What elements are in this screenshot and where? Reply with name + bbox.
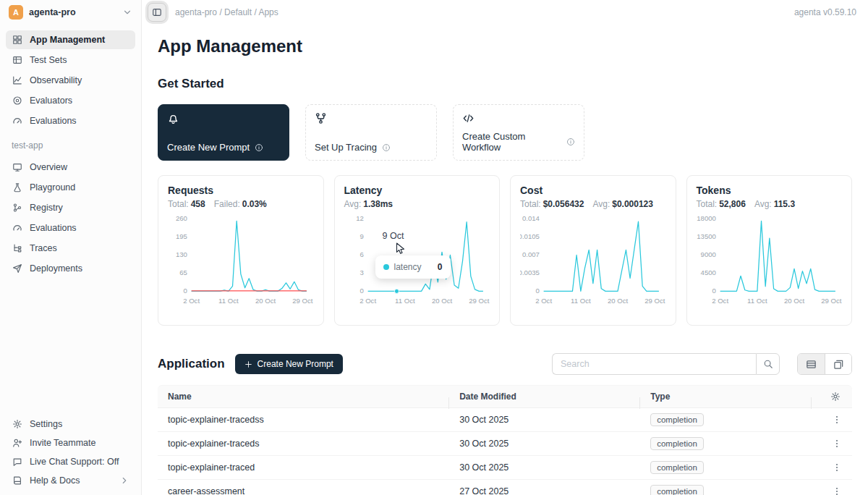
sidebar-item-live-chat-support-off[interactable]: Live Chat Support: Off <box>6 452 135 470</box>
get-started-card-create-new-prompt[interactable]: Create New Prompt <box>158 104 289 161</box>
application-header: Application Create New Prompt <box>158 353 852 375</box>
create-new-prompt-button[interactable]: Create New Prompt <box>235 354 343 374</box>
card-label: Create Custom Workflow <box>462 131 561 153</box>
kebab-menu-icon[interactable] <box>832 462 842 473</box>
cell-date-modified: 30 Oct 2025 <box>449 439 640 449</box>
table-body: topic-explainer-tracedss30 Oct 2025compl… <box>158 408 852 495</box>
table-view-button[interactable] <box>798 354 825 374</box>
table-settings-header[interactable] <box>812 392 852 402</box>
sidebar-item-help-docs[interactable]: Help & Docs <box>6 471 135 489</box>
svg-text:0: 0 <box>712 287 715 295</box>
sidebar-item-label: Evaluations <box>30 223 77 233</box>
metric-value: 458 <box>191 199 205 209</box>
help-icon <box>12 475 23 486</box>
chart-tokens: 18000135009000450002 Oct11 Oct20 Oct29 O… <box>697 212 843 309</box>
card-view-icon <box>833 359 844 370</box>
sidebar-item-app-management[interactable]: App Management <box>6 30 135 49</box>
metric-value: $0.000123 <box>612 199 653 209</box>
card-label: Create New Prompt <box>167 142 250 153</box>
sidebar-item-test-sets[interactable]: Test Sets <box>6 51 135 69</box>
sidebar-item-evaluators[interactable]: Evaluators <box>6 91 135 110</box>
sidebar-nav-bottom: SettingsInvite TeammateLive Chat Support… <box>0 415 141 495</box>
apps-table: NameDate ModifiedType topic-explainer-tr… <box>158 385 852 495</box>
stat-metric: Total:$0.056432 <box>520 199 584 209</box>
svg-text:9: 9 <box>359 232 363 240</box>
column-header-date-modified[interactable]: Date Modified <box>449 392 640 402</box>
sidebar-item-evaluations[interactable]: Evaluations <box>6 219 135 237</box>
card-view-button[interactable] <box>825 354 851 374</box>
get-started-card-set-up-tracing[interactable]: Set Up Tracing <box>305 104 437 161</box>
svg-text:9000: 9000 <box>700 250 715 258</box>
gear-icon <box>830 392 841 402</box>
search-button[interactable] <box>756 353 780 375</box>
table-row[interactable]: topic-explainer-traceds30 Oct 2025comple… <box>158 432 852 456</box>
stat-metric: Avg:1.38ms <box>344 199 393 209</box>
cell-type: completion <box>640 485 812 495</box>
stat-card-cost: CostTotal:$0.056432Avg:$0.0001230.0140.0… <box>510 175 676 326</box>
stat-title: Latency <box>344 185 490 196</box>
metric-value: 52,806 <box>719 199 746 209</box>
stat-title: Cost <box>520 185 666 196</box>
sidebar-item-settings[interactable]: Settings <box>6 415 135 433</box>
stat-metric: Failed:0.03% <box>214 199 267 209</box>
sidebar-item-observability[interactable]: Observability <box>6 71 135 90</box>
svg-text:4500: 4500 <box>700 268 715 276</box>
chevron-down-icon <box>122 7 132 17</box>
grid-icon <box>12 35 23 45</box>
stat-metrics: Total:458Failed:0.03% <box>168 199 314 209</box>
sidebar-item-evaluations[interactable]: Evaluations <box>6 111 135 130</box>
sidebar-item-registry[interactable]: Registry <box>6 198 135 217</box>
svg-text:260: 260 <box>176 214 187 222</box>
table-row[interactable]: career-assessment27 Oct 2025completion <box>158 480 852 495</box>
table-view-icon <box>806 359 817 370</box>
search-input[interactable] <box>552 353 756 375</box>
table-row[interactable]: topic-explainer-tracedss30 Oct 2025compl… <box>158 408 852 432</box>
cell-type: completion <box>640 437 812 450</box>
sidebar-item-overview[interactable]: Overview <box>6 158 135 177</box>
kebab-menu-icon[interactable] <box>832 439 842 449</box>
sidebar-item-deployments[interactable]: Deployments <box>6 259 135 278</box>
svg-text:2 Oct: 2 Oct <box>359 297 376 305</box>
sidebar-item-playground[interactable]: Playground <box>6 178 135 197</box>
sidebar-toggle-button[interactable] <box>148 3 166 22</box>
sidebar-item-invite-teammate[interactable]: Invite Teammate <box>6 433 135 452</box>
stat-metric: Total:458 <box>168 199 205 209</box>
type-badge: completion <box>650 461 704 474</box>
svg-text:130: 130 <box>176 250 187 258</box>
svg-text:20 Oct: 20 Oct <box>608 297 629 305</box>
stat-metrics: Total:52,806Avg:115.3 <box>697 199 843 209</box>
metric-value: $0.056432 <box>543 199 584 209</box>
kebab-menu-icon[interactable] <box>832 486 842 495</box>
svg-text:11 Oct: 11 Oct <box>571 297 591 305</box>
stat-metrics: Total:$0.056432Avg:$0.000123 <box>520 199 666 209</box>
cell-date-modified: 27 Oct 2025 <box>449 486 640 495</box>
svg-text:0: 0 <box>184 287 187 295</box>
sidebar-item-traces[interactable]: Traces <box>6 239 135 258</box>
svg-text:2 Oct: 2 Oct <box>712 297 728 305</box>
stat-metric: Avg:115.3 <box>754 199 795 209</box>
table-row[interactable]: topic-explainer-traced30 Oct 2025complet… <box>158 456 852 480</box>
cell-name: topic-explainer-traced <box>158 462 449 473</box>
application-section: Application Create New Prompt <box>158 353 852 495</box>
sidebar-nav-main: App ManagementTest SetsObservabilityEval… <box>0 25 141 130</box>
sidebar-item-label: Overview <box>30 162 67 172</box>
series-dot <box>383 264 389 270</box>
column-header-name[interactable]: Name <box>158 392 449 402</box>
tooltip-series-name: latency <box>394 262 422 272</box>
kebab-menu-icon[interactable] <box>832 415 842 425</box>
workspace-selector[interactable]: A agenta-pro <box>0 0 141 25</box>
topbar: agenta-pro / Default / Apps agenta v0.59… <box>142 0 868 25</box>
stat-title: Tokens <box>697 185 843 196</box>
chart-requests: 2601951306502 Oct11 Oct20 Oct29 Oct <box>168 212 314 309</box>
svg-text:11 Oct: 11 Oct <box>747 297 767 305</box>
stat-card-tokens: TokensTotal:52,806Avg:115.31800013500900… <box>686 175 853 326</box>
column-header-type[interactable]: Type <box>640 392 812 402</box>
get-started-card-create-custom-workflow[interactable]: Create Custom Workflow <box>453 104 584 161</box>
svg-text:0.014: 0.014 <box>522 214 540 222</box>
info-icon <box>382 143 391 152</box>
card-label-row: Set Up Tracing <box>315 142 427 153</box>
cell-date-modified: 30 Oct 2025 <box>449 415 640 425</box>
svg-text:6: 6 <box>359 250 363 258</box>
row-actions <box>812 462 852 473</box>
chart-tooltip: latency0 <box>375 255 451 279</box>
